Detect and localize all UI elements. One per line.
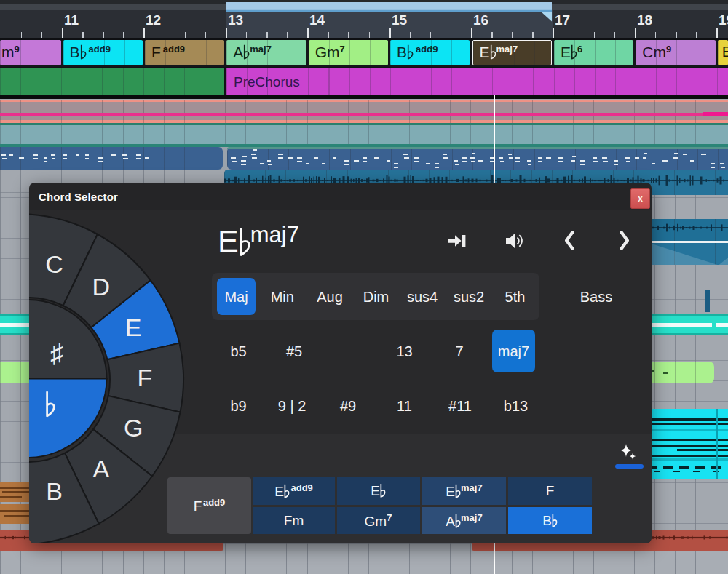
svg-text:G: G <box>124 414 143 442</box>
svg-text:B: B <box>46 477 63 505</box>
svg-text:D: D <box>92 273 111 300</box>
svg-text:♯: ♯ <box>50 338 63 368</box>
svg-text:C: C <box>45 250 63 278</box>
svg-text:E: E <box>125 314 142 341</box>
svg-text:F: F <box>138 364 153 391</box>
svg-text:A: A <box>92 455 109 482</box>
